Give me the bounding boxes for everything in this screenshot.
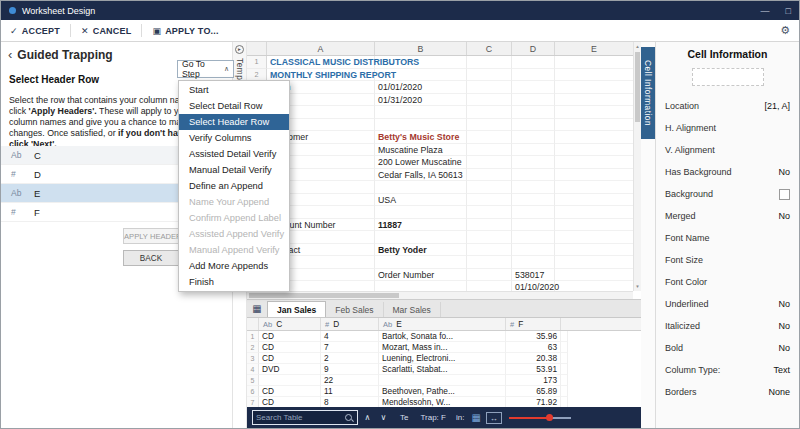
vertical-scrollbar[interactable]: ▲ ▼ — [633, 42, 641, 291]
cell-b[interactable] — [375, 119, 467, 132]
cell-c[interactable] — [467, 244, 512, 257]
cell-c[interactable]: CD — [259, 331, 321, 342]
cell-b[interactable]: Betty's Music Store — [375, 131, 467, 144]
cell-c[interactable] — [467, 131, 512, 144]
apply-headers-button[interactable]: APPLY HEADERS — [123, 228, 179, 244]
cell-e[interactable] — [555, 169, 633, 182]
minimize-button[interactable]: — — [761, 6, 770, 16]
cell-e[interactable] — [379, 375, 506, 386]
column-header-b[interactable]: B — [375, 42, 467, 55]
cell-f[interactable]: 35.96 — [506, 331, 561, 342]
cell-e[interactable] — [555, 231, 633, 244]
tab-mar-sales[interactable]: Mar Sales — [384, 302, 441, 317]
cell-b[interactable]: Cedar Falls, IA 50613 — [375, 169, 467, 182]
sheet-row[interactable]: 15 — [247, 231, 633, 244]
column-header-d[interactable]: D — [512, 42, 555, 55]
row-number[interactable]: 1 — [247, 56, 267, 69]
sheet-row[interactable]: 5 — [247, 106, 633, 119]
menu-item[interactable]: Define an Append — [179, 178, 289, 194]
cell-e[interactable] — [555, 181, 633, 194]
cell-c[interactable] — [467, 269, 512, 282]
menu-item[interactable]: Assisted Detail Verify — [179, 146, 289, 162]
column-width-icon[interactable]: ↔ — [486, 412, 502, 424]
cell-c[interactable] — [467, 169, 512, 182]
cell-c[interactable] — [467, 144, 512, 157]
cell-e[interactable] — [555, 144, 633, 157]
sheet-row[interactable]: 9 200 Lower Muscatine — [247, 156, 633, 169]
cell-b[interactable] — [375, 56, 467, 69]
sheet-row[interactable]: 3 From 01/01/2020 — [247, 81, 633, 94]
sheet-row[interactable]: 17 — [247, 256, 633, 269]
cell-e[interactable] — [555, 119, 633, 132]
cell-c[interactable] — [467, 119, 512, 132]
cell-d[interactable] — [512, 106, 555, 119]
cell-b[interactable]: 01/01/2020 — [375, 81, 467, 94]
menu-item[interactable]: Manual Detail Verify — [179, 162, 289, 178]
cell-d[interactable] — [512, 219, 555, 232]
sheet-row[interactable]: 10 Cedar Falls, IA 50613 — [247, 169, 633, 182]
cell-f[interactable]: 173 — [506, 375, 561, 386]
back-chevron-icon[interactable]: ‹ — [8, 47, 12, 62]
menu-item[interactable]: Select Header Row — [179, 114, 289, 130]
cell-c[interactable] — [467, 231, 512, 244]
sheet-row[interactable]: 14 Account Number 11887 — [247, 219, 633, 232]
cell-c[interactable] — [467, 194, 512, 207]
cell-f[interactable]: 20.38 — [506, 353, 561, 364]
cell-c[interactable]: CD — [259, 342, 321, 353]
slider-thumb[interactable] — [546, 414, 553, 421]
sheet-row[interactable]: 4 To 01/31/2020 — [247, 94, 633, 107]
cell-d[interactable]: 7 — [321, 342, 379, 353]
apply-to-button[interactable]: ▣ APPLY TO... — [152, 26, 218, 36]
cell-e[interactable]: Beethoven, Pathe... — [379, 386, 506, 397]
cell-b[interactable] — [375, 69, 467, 82]
search-table-box[interactable] — [252, 410, 358, 425]
menu-item[interactable]: Add More Appends — [179, 258, 289, 274]
cell-c[interactable] — [467, 156, 512, 169]
menu-item[interactable]: Assisted Append Verify — [179, 226, 289, 242]
expand-arrow-icon[interactable]: ▸ — [235, 45, 244, 54]
scroll-down-icon[interactable]: ▼ — [634, 282, 641, 291]
cell-d[interactable] — [512, 231, 555, 244]
menu-item[interactable]: Name Your Append — [179, 194, 289, 210]
cell-d[interactable]: 9 — [321, 364, 379, 375]
cell-information-tab[interactable]: Cell Information — [641, 47, 655, 139]
menu-item[interactable]: Finish — [179, 274, 289, 290]
cell-b[interactable] — [375, 181, 467, 194]
column-header-e[interactable]: E — [555, 42, 633, 55]
sheet-row[interactable]: 13 — [247, 206, 633, 219]
cell-d[interactable] — [512, 256, 555, 269]
cell-e[interactable] — [555, 106, 633, 119]
cell-f[interactable]: 71.92 — [506, 397, 561, 407]
cell-b[interactable]: Betty Yoder — [375, 244, 467, 257]
cell-d[interactable] — [512, 169, 555, 182]
cell-f[interactable]: 63 — [506, 342, 561, 353]
cell-e[interactable] — [555, 194, 633, 207]
menu-item[interactable]: Manual Append Verify — [179, 242, 289, 258]
cell-d[interactable]: 11 — [321, 386, 379, 397]
cell-d[interactable] — [512, 56, 555, 69]
preview-row[interactable]: 6 CD 11 Beethoven, Pathe... 65.89 — [247, 386, 641, 397]
cell-e[interactable]: Mozart, Mass in... — [379, 342, 506, 353]
sheet-row[interactable]: 7 Customer Betty's Music Store — [247, 131, 633, 144]
cell-c[interactable]: DVD — [259, 364, 321, 375]
cell-d[interactable]: 22 — [321, 375, 379, 386]
cell-c[interactable] — [467, 56, 512, 69]
cell-c[interactable]: CD — [259, 353, 321, 364]
search-input[interactable] — [253, 413, 345, 422]
accept-button[interactable]: ✓ ACCEPT — [10, 26, 60, 36]
prev-match-button[interactable]: ∧ — [361, 413, 374, 422]
sheet-row[interactable]: 1 CLASSICAL MUSIC DISTRIBUTORS — [247, 56, 633, 69]
cell-f[interactable]: 65.89 — [506, 386, 561, 397]
cell-e[interactable] — [555, 256, 633, 269]
cell-f[interactable]: 53.91 — [506, 364, 561, 375]
cell-c[interactable] — [467, 106, 512, 119]
gear-icon[interactable]: ⚙ — [780, 24, 790, 37]
cell-b[interactable] — [375, 106, 467, 119]
column-header-c[interactable]: C — [467, 42, 512, 55]
sheet-row[interactable]: 11 — [247, 181, 633, 194]
column-header-a[interactable]: A — [267, 42, 375, 55]
menu-item[interactable]: Select Detail Row — [179, 98, 289, 114]
restore-button[interactable]: □ — [786, 6, 791, 16]
preview-column-f[interactable]: # F — [506, 318, 561, 330]
menu-item[interactable]: Confirm Append Label — [179, 210, 289, 226]
